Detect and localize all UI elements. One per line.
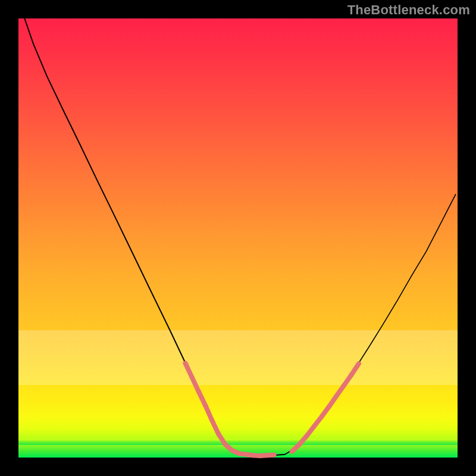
svg-line-3 xyxy=(205,406,212,421)
svg-line-21 xyxy=(351,364,359,375)
right-dotted-highlight xyxy=(292,364,359,452)
curve-layer xyxy=(0,0,476,476)
right-curve xyxy=(285,194,456,455)
left-curve xyxy=(24,18,285,456)
left-dotted-highlight xyxy=(185,363,274,456)
svg-line-12 xyxy=(267,455,274,456)
svg-line-2 xyxy=(199,392,206,406)
